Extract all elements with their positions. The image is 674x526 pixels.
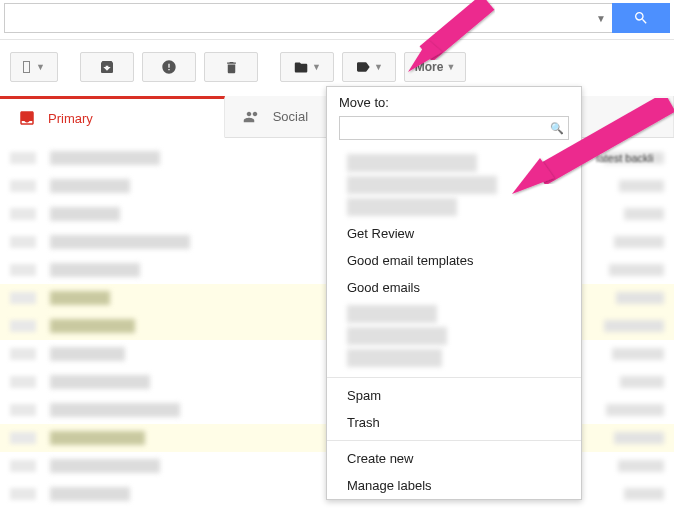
chevron-down-icon: ▼ bbox=[312, 62, 321, 72]
folder-icon bbox=[293, 60, 309, 75]
annotation-arrow bbox=[398, 0, 498, 86]
labels-button[interactable]: ▼ bbox=[342, 52, 396, 82]
menu-item-spam[interactable]: Spam bbox=[327, 382, 581, 409]
search-icon bbox=[633, 10, 649, 26]
menu-item-blurred[interactable] bbox=[347, 349, 442, 367]
chevron-down-icon: ▼ bbox=[36, 62, 45, 72]
search-input-container[interactable]: ▼ bbox=[4, 3, 613, 33]
checkbox-icon bbox=[23, 61, 30, 73]
menu-item-blurred[interactable] bbox=[347, 327, 447, 345]
search-options-dropdown-icon[interactable]: ▼ bbox=[596, 13, 606, 24]
menu-item-blurred[interactable] bbox=[347, 198, 457, 216]
tab-label: Primary bbox=[48, 111, 93, 126]
menu-separator bbox=[327, 377, 581, 378]
tab-primary[interactable]: Primary bbox=[0, 96, 225, 138]
annotation-arrow bbox=[498, 98, 674, 208]
menu-separator bbox=[327, 440, 581, 441]
menu-item[interactable]: Get Review bbox=[327, 220, 581, 247]
menu-item-trash[interactable]: Trash bbox=[327, 409, 581, 436]
spam-icon bbox=[161, 59, 177, 75]
menu-item[interactable]: Good emails bbox=[327, 274, 581, 301]
select-button[interactable]: ▼ bbox=[10, 52, 58, 82]
search-bar: ▼ bbox=[0, 0, 674, 40]
inbox-icon bbox=[18, 109, 36, 127]
trash-icon bbox=[224, 60, 239, 75]
people-icon bbox=[243, 108, 261, 126]
report-spam-button[interactable] bbox=[142, 52, 196, 82]
menu-item-manage-labels[interactable]: Manage labels bbox=[327, 472, 581, 499]
tab-label: Social bbox=[273, 109, 308, 124]
menu-item-create-new[interactable]: Create new bbox=[327, 445, 581, 472]
menu-item-blurred[interactable] bbox=[347, 305, 437, 323]
delete-button[interactable] bbox=[204, 52, 258, 82]
archive-button[interactable] bbox=[80, 52, 134, 82]
menu-item-blurred[interactable] bbox=[347, 154, 477, 172]
menu-item-blurred[interactable] bbox=[347, 176, 497, 194]
label-icon bbox=[355, 59, 371, 75]
move-to-button[interactable]: ▼ bbox=[280, 52, 334, 82]
chevron-down-icon: ▼ bbox=[374, 62, 383, 72]
menu-item[interactable]: Good email templates bbox=[327, 247, 581, 274]
search-button[interactable] bbox=[612, 3, 670, 33]
archive-icon bbox=[99, 59, 115, 75]
